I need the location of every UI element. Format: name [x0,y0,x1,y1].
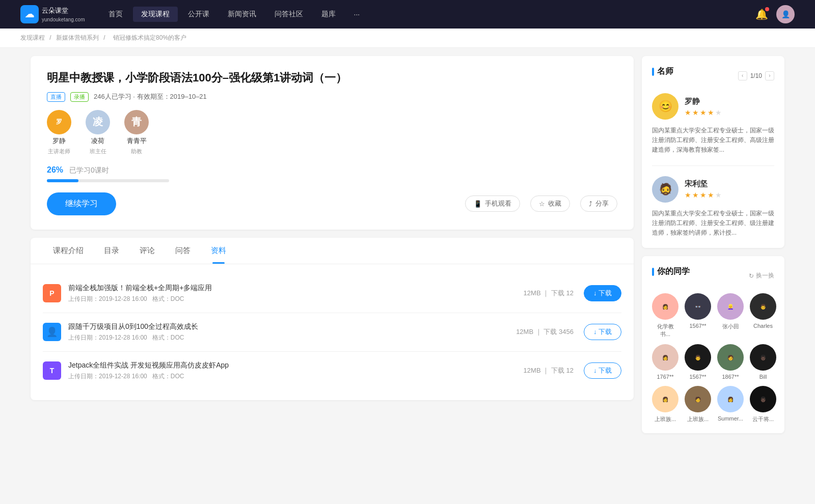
tab-comments[interactable]: 评论 [129,238,165,264]
classmate-name-9: 上班族... [655,415,676,423]
resource-meta-3: 上传日期：2019-12-28 16:00 格式：DOC [68,372,524,381]
star-icon: ☆ [539,200,545,208]
resource-info-1: 前端全栈加强版！前端全栈+全周期+多端应用 上传日期：2019-12-28 16… [68,284,524,303]
classmate-item-5: 👩 1767** [652,344,678,380]
tab-qa[interactable]: 问答 [165,238,201,264]
classmate-avatar-11: 👩 [717,386,744,412]
tab-intro[interactable]: 课程介绍 [43,238,94,264]
progress-section: 26% 已学习0课时 [47,165,617,182]
bell-icon[interactable]: 🔔 [755,8,768,20]
resource-icon-2: 👤 [43,323,61,341]
tabs-nav: 课程介绍 目录 评论 问答 资料 [31,238,634,264]
logo-icon: ☁ [20,5,39,23]
teachers-card: 名师 ‹ 1/10 › 😊 罗静 ★ ★ ★ [642,56,784,248]
resource-stats-2: 12MB ｜ 下载 3456 [516,327,574,337]
classmate-name-6: 1567** [689,374,706,380]
resource-item-1: P 前端全栈加强版！前端全栈+全周期+多端应用 上传日期：2019-12-28 … [43,274,621,313]
download-button-1[interactable]: ↓ 下载 [584,285,621,301]
refresh-classmates-button[interactable]: ↻ 换一换 [749,271,774,280]
teachers-list: 罗 罗静 主讲老师 凌 凌荷 班主任 青 青青平 助教 [47,110,617,155]
badge-live: 直播 [47,92,65,102]
progress-percent: 26% [47,165,63,174]
teacher-stars-2: ★ ★ ★ ★ ★ [685,191,722,199]
classmate-avatar-10: 🧑 [685,386,711,412]
classmates-card: 你的同学 ↻ 换一换 👩 化学教书... 👓 1567** 👱‍♀️ 张小田 [642,256,784,433]
resource-stats-1: 12MB ｜ 下载 12 [524,289,574,298]
download-button-3[interactable]: ↓ 下载 [584,362,621,379]
resource-item-2: 👤 跟随千万级项目从0到100全过程高效成长 上传日期：2019-12-28 1… [43,313,621,352]
teacher-name-1: 罗静 [52,136,66,146]
left-panel: 明星中教授课，小学阶段语法100分–强化级第1讲动词（一） 直播 录播 246人… [31,56,634,441]
mobile-view-button[interactable]: 📱 手机观看 [465,195,520,212]
classmate-avatar-12: 👨🏿 [750,386,776,412]
action-buttons: 📱 手机观看 ☆ 收藏 ⤴ 分享 [465,195,617,212]
classmate-name-12: 云干将... [752,415,774,423]
tab-catalog[interactable]: 目录 [94,238,129,264]
nav-item-news[interactable]: 新闻资讯 [220,7,264,22]
classmate-item-9: 👩 上班族... [652,386,678,423]
nav-items: 首页 发现课程 公开课 新闻资讯 问答社区 题库 ··· [100,7,755,22]
course-header-card: 明星中教授课，小学阶段语法100分–强化级第1讲动词（一） 直播 录播 246人… [31,56,634,230]
resource-icon-1: P [43,284,61,302]
logo-text: 云朵课堂yundouketang.com [42,6,85,23]
progress-bar-fill [47,179,78,182]
nav-item-qa[interactable]: 问答社区 [266,7,311,22]
teacher-role-3: 助教 [131,148,142,155]
next-page-button[interactable]: › [765,71,774,80]
classmate-item-4: 👨 Charles [750,293,776,338]
teacher-card-name-1: 罗静 [685,97,722,106]
teacher-card-1: 😊 罗静 ★ ★ ★ ★ ★ 国内某重点大学安全工程专业硕士，国家一级注册消防工… [652,93,774,166]
nav-item-more[interactable]: ··· [346,7,368,21]
nav-item-quiz[interactable]: 题库 [313,7,344,22]
teacher-card-desc-2: 国内某重点大学安全工程专业硕士，国家一级注册消防工程师、注册安全工程师、级注册建… [652,209,774,238]
resource-name-3: Jetpack全组件实战 开发短视频应用高仿皮皮虾App [68,361,524,370]
classmate-name-3: 张小田 [722,323,739,330]
breadcrumb-discover[interactable]: 发现课程 [20,34,45,41]
resource-icon-3: T [43,361,61,380]
resource-name-1: 前端全栈加强版！前端全栈+全周期+多端应用 [68,284,524,293]
classmate-avatar-4: 👨 [750,293,776,320]
teachers-panel-title: 名师 [652,66,673,77]
teacher-item-1: 罗 罗静 主讲老师 [47,110,71,155]
teacher-card-2: 🧔 宋利坚 ★ ★ ★ ★ ★ 国内某重点大学安全工程专业硕士，国家一级注册消防… [652,176,774,238]
notification-dot [765,7,769,11]
nav-item-discover[interactable]: 发现课程 [133,7,178,22]
classmate-name-1: 化学教书... [652,323,678,338]
resource-item-3: T Jetpack全组件实战 开发短视频应用高仿皮皮虾App 上传日期：2019… [43,352,621,390]
download-button-2[interactable]: ↓ 下载 [584,324,621,340]
continue-learning-button[interactable]: 继续学习 [47,192,116,215]
tab-resources[interactable]: 资料 [201,238,236,264]
classmate-name-4: Charles [753,323,773,329]
refresh-label: 换一换 [756,271,774,280]
teacher-item-2: 凌 凌荷 班主任 [86,110,110,155]
breadcrumb-series[interactable]: 新媒体营销系列 [56,34,99,41]
classmate-name-5: 1767** [657,374,673,380]
share-button[interactable]: ⤴ 分享 [580,195,617,212]
classmate-avatar-3: 👱‍♀️ [717,293,744,320]
classmate-avatar-5: 👩 [652,344,678,371]
classmate-item-2: 👓 1567** [685,293,711,338]
right-panel: 名师 ‹ 1/10 › 😊 罗静 ★ ★ ★ [642,56,784,441]
classmate-item-7: 🧑 1867** [717,344,744,380]
progress-sublabel: 已学习0课时 [69,166,109,174]
classmate-avatar-9: 👩 [652,386,678,412]
mobile-icon: 📱 [474,200,482,208]
collect-button[interactable]: ☆ 收藏 [530,195,570,212]
nav-item-home[interactable]: 首页 [100,7,131,22]
teacher-item-3: 青 青青平 助教 [124,110,149,155]
resource-meta-1: 上传日期：2019-12-28 16:00 格式：DOC [68,295,524,303]
classmate-avatar-1: 👩 [652,293,678,320]
logo[interactable]: ☁ 云朵课堂yundouketang.com [20,5,85,23]
classmates-grid: 👩 化学教书... 👓 1567** 👱‍♀️ 张小田 👨 Charles 👩 [652,293,774,423]
course-meta: 直播 录播 246人已学习 · 有效期至：2019–10–21 [47,92,617,102]
prev-page-button[interactable]: ‹ [738,71,747,80]
navbar: ☁ 云朵课堂yundouketang.com 首页 发现课程 公开课 新闻资讯 … [0,0,815,29]
resource-info-3: Jetpack全组件实战 开发短视频应用高仿皮皮虾App 上传日期：2019-1… [68,361,524,381]
user-avatar[interactable]: 👤 [776,5,795,23]
classmate-name-8: Bill [759,374,767,380]
teacher-card-avatar-2: 🧔 [652,176,678,203]
nav-item-open[interactable]: 公开课 [180,7,218,22]
tab-content-resources: P 前端全栈加强版！前端全栈+全周期+多端应用 上传日期：2019-12-28 … [31,264,634,400]
teacher-card-top-1: 😊 罗静 ★ ★ ★ ★ ★ [652,93,774,120]
classmate-avatar-6: 👨 [685,344,711,371]
